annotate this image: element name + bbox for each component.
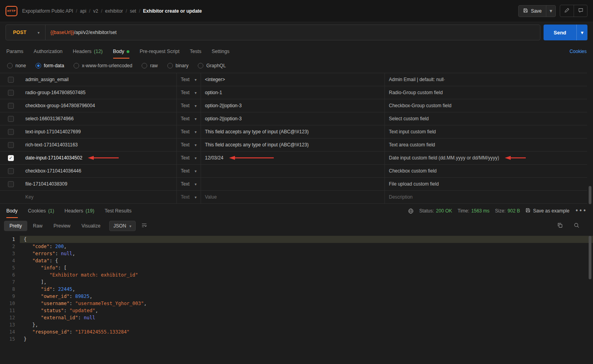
line-number: 10 bbox=[0, 300, 15, 307]
send-dropdown-button[interactable]: ▾ bbox=[576, 25, 587, 40]
row-checkbox[interactable] bbox=[8, 168, 14, 174]
request-tab-body[interactable]: Body bbox=[113, 44, 130, 59]
breadcrumb-segment[interactable]: v2 bbox=[93, 8, 98, 14]
breadcrumb-segment[interactable]: set bbox=[130, 8, 136, 14]
url-input[interactable]: {{baseUrl}}/api/v2/exhibitor/set bbox=[45, 25, 540, 40]
value-cell[interactable]: 12/03/24 bbox=[201, 152, 385, 164]
value-cell[interactable]: This field accepts any type of input (AB… bbox=[201, 125, 385, 138]
more-options-button[interactable]: ••• bbox=[575, 207, 587, 214]
response-tab-headers[interactable]: Headers(19) bbox=[64, 204, 94, 218]
request-tab-headers[interactable]: Headers(12) bbox=[73, 44, 102, 59]
form-table-scrollbar[interactable] bbox=[589, 186, 591, 204]
view-tab-pretty[interactable]: Pretty bbox=[4, 221, 27, 231]
row-checkbox[interactable] bbox=[8, 181, 14, 187]
request-tab-settings[interactable]: Settings bbox=[212, 44, 229, 59]
value-cell[interactable] bbox=[201, 165, 385, 177]
value-cell[interactable]: option-2||option-3 bbox=[201, 112, 385, 125]
search-button[interactable] bbox=[571, 221, 582, 231]
value-cell[interactable]: Value bbox=[201, 191, 385, 203]
description-cell[interactable]: File upload custom field bbox=[385, 178, 587, 190]
request-tab-tests[interactable]: Tests bbox=[190, 44, 201, 59]
value-cell[interactable]: option-2||option-3 bbox=[201, 99, 385, 112]
code-line: "id": 22445, bbox=[20, 286, 593, 293]
row-checkbox[interactable] bbox=[8, 103, 14, 109]
type-select[interactable]: Text▾ bbox=[176, 152, 201, 164]
description-cell[interactable]: Description bbox=[385, 191, 587, 203]
format-select[interactable]: JSON ▾ bbox=[109, 221, 136, 231]
key-cell[interactable]: text-input-1710414027699 bbox=[21, 125, 176, 138]
response-tab-cookies[interactable]: Cookies(1) bbox=[28, 204, 54, 218]
cookies-link[interactable]: Cookies bbox=[570, 49, 587, 54]
type-select[interactable]: Text▾ bbox=[176, 99, 201, 112]
save-dropdown-button[interactable]: ▾ bbox=[546, 6, 555, 17]
view-tab-raw[interactable]: Raw bbox=[27, 221, 48, 231]
comment-button[interactable] bbox=[574, 5, 587, 17]
time-indicator[interactable]: Time:1563 ms bbox=[458, 208, 490, 214]
value-cell[interactable]: <integer> bbox=[201, 73, 385, 86]
body-mode-none[interactable]: none bbox=[7, 63, 26, 68]
row-checkbox[interactable]: ✓ bbox=[8, 155, 14, 161]
type-select[interactable]: Text▾ bbox=[176, 73, 201, 86]
breadcrumb-separator: / bbox=[89, 8, 90, 14]
row-checkbox[interactable] bbox=[8, 116, 14, 122]
key-cell[interactable]: file-1710414038309 bbox=[21, 178, 176, 190]
type-select[interactable]: Text▾ bbox=[176, 165, 201, 177]
edit-button[interactable] bbox=[560, 5, 574, 17]
request-tab-params[interactable]: Params bbox=[6, 44, 23, 59]
network-globe-icon[interactable] bbox=[408, 208, 414, 214]
chevron-down-icon: ▾ bbox=[195, 130, 197, 134]
description-cell[interactable]: Radio-Group custom field bbox=[385, 86, 587, 99]
description-cell[interactable]: Checkbox-Group custom field bbox=[385, 99, 587, 112]
type-select[interactable]: Text▾ bbox=[176, 138, 201, 151]
code-scrollbar[interactable] bbox=[589, 236, 591, 279]
row-checkbox[interactable] bbox=[8, 77, 14, 83]
body-mode-GraphQL[interactable]: GraphQL bbox=[198, 63, 225, 68]
row-checkbox[interactable] bbox=[8, 129, 14, 135]
breadcrumb-segment[interactable]: api bbox=[80, 8, 86, 14]
key-cell[interactable]: select-1660313674966 bbox=[21, 112, 176, 125]
type-select[interactable]: Text▾ bbox=[176, 125, 201, 138]
key-cell[interactable]: Key bbox=[21, 191, 176, 203]
size-indicator[interactable]: Size:902 B bbox=[495, 208, 520, 214]
key-cell[interactable]: radio-group-1647808507485 bbox=[21, 86, 176, 99]
request-tab-pre-request-script[interactable]: Pre-request Script bbox=[140, 44, 180, 59]
type-select[interactable]: Text▾ bbox=[176, 86, 201, 99]
response-tab-test-results[interactable]: Test Results bbox=[104, 204, 131, 218]
key-cell[interactable]: checkbox-group-1647808796004 bbox=[21, 99, 176, 112]
description-cell[interactable]: Text area custom field bbox=[385, 138, 587, 151]
response-tab-body[interactable]: Body bbox=[6, 204, 18, 218]
type-select[interactable]: Text▾ bbox=[176, 178, 201, 190]
status-indicator[interactable]: Status:200 OK bbox=[419, 208, 452, 214]
description-cell[interactable]: Text input custom field bbox=[385, 125, 587, 138]
view-tab-preview[interactable]: Preview bbox=[48, 221, 76, 231]
key-cell[interactable]: rich-text-1710414031163 bbox=[21, 138, 176, 151]
row-checkbox[interactable] bbox=[8, 90, 14, 96]
description-cell[interactable]: Select custom field bbox=[385, 112, 587, 125]
method-select[interactable]: POST ▾ bbox=[6, 25, 45, 40]
value-cell[interactable]: option-1 bbox=[201, 86, 385, 99]
body-mode-form-data[interactable]: form-data bbox=[36, 63, 64, 68]
type-select[interactable]: Text▾ bbox=[176, 191, 201, 203]
copy-button[interactable] bbox=[554, 221, 565, 231]
send-button[interactable]: Send bbox=[544, 25, 577, 40]
body-mode-binary[interactable]: binary bbox=[167, 63, 189, 68]
key-cell[interactable]: checkbox-1710414036446 bbox=[21, 165, 176, 177]
row-checkbox[interactable] bbox=[8, 142, 14, 148]
view-tab-visualize[interactable]: Visualize bbox=[76, 221, 106, 231]
body-mode-x-www-form-urlencoded[interactable]: x-www-form-urlencoded bbox=[74, 63, 132, 68]
description-cell[interactable]: Date input custom field (dd.MM.yyyy or d… bbox=[385, 152, 587, 164]
description-cell[interactable]: Admin Email | default: null· bbox=[385, 73, 587, 86]
wrap-text-button[interactable] bbox=[139, 221, 150, 231]
request-tab-authorization[interactable]: Authorization bbox=[34, 44, 63, 59]
value-cell[interactable] bbox=[201, 178, 385, 190]
description-cell[interactable]: Checkbox custom field bbox=[385, 165, 587, 177]
save-as-example-button[interactable]: Save as example bbox=[525, 208, 569, 214]
value-cell[interactable]: This field accepts any type of input (AB… bbox=[201, 138, 385, 151]
key-cell[interactable]: admin_assign_email bbox=[21, 73, 176, 86]
body-mode-raw[interactable]: raw bbox=[142, 63, 157, 68]
key-cell[interactable]: date-input-1710414034502 bbox=[21, 152, 176, 164]
breadcrumb-segment[interactable]: exhibitor bbox=[105, 8, 123, 14]
breadcrumb-segment[interactable]: Expoplatform Public API bbox=[22, 8, 73, 14]
type-select[interactable]: Text▾ bbox=[176, 112, 201, 125]
save-button[interactable]: Save bbox=[519, 6, 546, 17]
